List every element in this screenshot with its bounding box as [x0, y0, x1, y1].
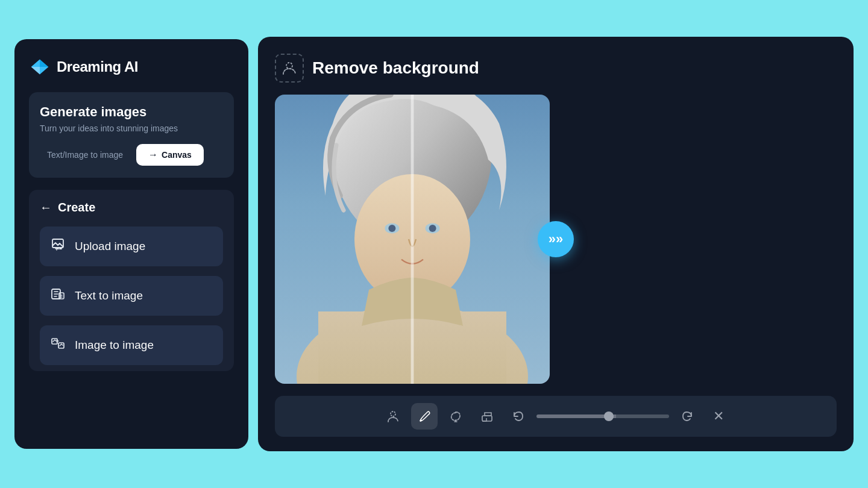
- canvas-label: Canvas: [162, 150, 192, 160]
- eraser-tool-button[interactable]: [474, 403, 500, 430]
- right-panel: Remove background: [258, 37, 854, 451]
- text-to-image-label: Text to image: [75, 289, 143, 302]
- app-container: Dreaming AI Generate images Turn your id…: [0, 0, 868, 488]
- close-icon: ✕: [713, 408, 724, 424]
- svg-rect-4: [52, 239, 63, 248]
- card-buttons: Text/Image to image → Canvas: [40, 144, 223, 166]
- generate-card: Generate images Turn your ideas into stu…: [29, 92, 234, 178]
- image-to-image-label: Image to image: [75, 339, 154, 352]
- close-button[interactable]: ✕: [705, 403, 732, 430]
- upload-icon: [51, 237, 66, 255]
- logo-icon: [29, 56, 51, 78]
- svg-rect-8: [58, 343, 64, 348]
- double-arrow-icon: »»: [549, 231, 563, 247]
- generate-subtitle: Turn your ideas into stunning images: [40, 124, 223, 133]
- svg-point-33: [391, 411, 395, 416]
- back-icon[interactable]: ←: [40, 201, 52, 214]
- panel-header: Remove background: [275, 54, 837, 83]
- create-header: ← Create: [40, 201, 223, 219]
- toolbar: ✕: [275, 396, 837, 437]
- process-arrow-button[interactable]: »»: [538, 221, 574, 257]
- svg-marker-3: [40, 67, 48, 75]
- person-tool-button[interactable]: [380, 403, 406, 430]
- generate-title: Generate images: [40, 104, 223, 120]
- canvas-button[interactable]: → Canvas: [136, 144, 204, 166]
- svg-rect-34: [482, 416, 492, 421]
- svg-rect-22: [411, 95, 414, 384]
- menu-item-image-to-image[interactable]: Image to image: [40, 325, 223, 365]
- svg-marker-1: [40, 59, 48, 67]
- redo-tool-button[interactable]: [674, 403, 700, 430]
- before-image-box: [275, 95, 550, 384]
- left-panel: Dreaming AI Generate images Turn your id…: [14, 39, 248, 449]
- images-row: »» PNG: [275, 95, 837, 384]
- logo-text: Dreaming AI: [57, 58, 138, 75]
- remove-bg-icon-box: [275, 54, 304, 83]
- brush-size-slider[interactable]: [536, 414, 669, 418]
- undo-tool-button[interactable]: [505, 403, 532, 430]
- canvas-arrow: →: [148, 149, 158, 160]
- brush-tool-button[interactable]: [411, 403, 438, 430]
- text-image-button[interactable]: Text/Image to image: [40, 144, 130, 166]
- menu-item-upload[interactable]: Upload image: [40, 227, 223, 266]
- text-to-image-icon: [51, 287, 66, 305]
- logo-row: Dreaming AI: [29, 56, 234, 78]
- menu-item-text-to-image[interactable]: Text to image: [40, 276, 223, 316]
- svg-marker-2: [31, 67, 40, 75]
- panel-title: Remove background: [312, 58, 479, 78]
- svg-point-19: [388, 225, 395, 232]
- svg-point-9: [286, 63, 292, 69]
- image-to-image-icon: [51, 336, 66, 354]
- create-label: Create: [58, 201, 95, 214]
- svg-point-20: [429, 225, 436, 232]
- lasso-tool-button[interactable]: [442, 403, 469, 430]
- upload-label: Upload image: [75, 240, 145, 253]
- svg-marker-0: [31, 59, 40, 67]
- before-portrait: [275, 95, 550, 384]
- create-section: ← Create Upload image: [29, 190, 234, 371]
- svg-rect-7: [52, 339, 57, 344]
